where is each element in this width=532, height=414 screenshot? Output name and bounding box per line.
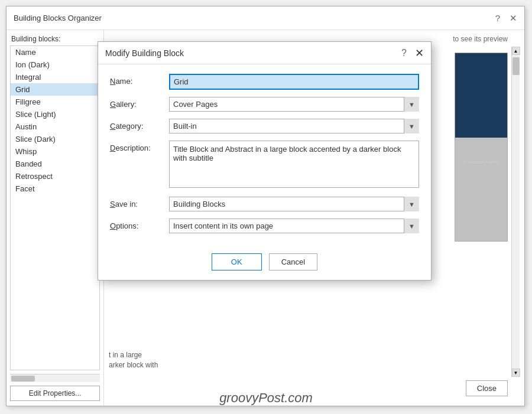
category-select[interactable]: Built-inGeneralCustom xyxy=(169,119,419,133)
preview-thumbnail: [Document subtitle] xyxy=(455,53,508,242)
sidebar-list-item[interactable]: Filigree xyxy=(11,96,99,108)
groovy-footer-text: groovyPost.com xyxy=(219,390,313,405)
main-titlebar-controls: ? ✕ xyxy=(495,13,517,24)
gallery-field-row: Gallery: Cover PagesQuick PartsAutoTextE… xyxy=(110,97,419,112)
modal-footer: OK Cancel xyxy=(98,247,431,280)
main-titlebar: Building Blocks Organizer ? ✕ xyxy=(7,6,524,30)
sidebar-list-item[interactable]: Facet xyxy=(11,182,99,195)
main-window-title: Building Blocks Organizer xyxy=(14,14,102,22)
gallery-select[interactable]: Cover PagesQuick PartsAutoTextEquationsF… xyxy=(169,97,419,112)
category-field-control: Built-inGeneralCustom ▼ xyxy=(169,119,419,133)
preview-description-text: t in a largearker block with xyxy=(109,350,507,370)
scrollbar-down-arrow[interactable]: ▼ xyxy=(512,369,520,377)
category-field-row: Category: Built-inGeneralCustom ▼ xyxy=(110,119,419,133)
sidebar-list-item[interactable]: Austin xyxy=(11,120,99,133)
main-close-icon[interactable]: ✕ xyxy=(510,13,517,24)
building-blocks-list[interactable]: NameIon (Dark)IntegralGridFiligreeSlice … xyxy=(10,45,100,370)
main-help-icon[interactable]: ? xyxy=(495,13,500,23)
savein-label: Save in: xyxy=(110,197,169,208)
options-label: Options: xyxy=(110,219,169,230)
ok-button[interactable]: OK xyxy=(212,253,262,270)
name-field-control xyxy=(169,74,419,90)
preview-vertical-scrollbar[interactable]: ▲ ▼ xyxy=(511,47,520,377)
name-field-row: Name: xyxy=(110,74,419,90)
description-field-row: Description: xyxy=(110,141,419,190)
options-field-row: Options: Insert content in its own pageI… xyxy=(110,219,419,233)
description-textarea[interactable] xyxy=(169,141,419,188)
savein-field-control: Building BlocksNormalCustom ▼ xyxy=(169,197,419,211)
sidebar-list-item[interactable]: Slice (Dark) xyxy=(11,133,99,145)
modal-help-icon[interactable]: ? xyxy=(401,48,407,58)
sidebar-list-item[interactable]: Ion (Dark) xyxy=(11,58,99,71)
description-field-control xyxy=(169,141,419,190)
preview-subtitle-text: [Document subtitle] xyxy=(458,160,504,164)
savein-select-wrapper: Building BlocksNormalCustom ▼ xyxy=(169,197,419,211)
scrollbar-up-arrow[interactable]: ▲ xyxy=(512,47,520,55)
options-select[interactable]: Insert content in its own pageInsert con… xyxy=(169,219,419,233)
modal-titlebar-controls: ? ✕ xyxy=(401,47,424,60)
sidebar-list-item[interactable]: Slice (Light) xyxy=(11,108,99,120)
sidebar-label: Building blocks: xyxy=(7,30,103,45)
groovy-footer: groovyPost.com xyxy=(0,390,532,406)
gallery-label: Gallery: xyxy=(110,97,169,109)
sidebar-list-item[interactable]: Name xyxy=(11,46,99,58)
gallery-field-control: Cover PagesQuick PartsAutoTextEquationsF… xyxy=(169,97,419,112)
cancel-button[interactable]: Cancel xyxy=(269,253,317,270)
sidebar-list-item[interactable]: Banded xyxy=(11,158,99,170)
options-select-wrapper: Insert content in its own pageInsert con… xyxy=(169,219,419,233)
sidebar: Building blocks: NameIon (Dark)IntegralG… xyxy=(7,30,104,406)
scrollbar-thumb xyxy=(11,376,35,382)
name-input[interactable] xyxy=(169,74,419,90)
sidebar-list-item[interactable]: Whisp xyxy=(11,145,99,158)
sidebar-horizontal-scrollbar[interactable] xyxy=(10,374,100,382)
gallery-select-wrapper: Cover PagesQuick PartsAutoTextEquationsF… xyxy=(169,97,419,112)
scrollbar-thumb xyxy=(512,57,520,75)
modal-dialog-title: Modify Building Block xyxy=(105,48,184,58)
description-label: Description: xyxy=(110,141,169,152)
sidebar-list-item[interactable]: Retrospect xyxy=(11,170,99,182)
modal-titlebar: Modify Building Block ? ✕ xyxy=(98,42,431,64)
modal-close-icon[interactable]: ✕ xyxy=(415,47,424,60)
category-select-wrapper: Built-inGeneralCustom ▼ xyxy=(169,119,419,133)
modify-building-block-dialog: Modify Building Block ? ✕ Name: Gallery: xyxy=(98,41,432,281)
sidebar-list-item[interactable]: Grid xyxy=(11,83,99,96)
modal-body: Name: Gallery: Cover PagesQuick PartsAut… xyxy=(98,64,431,247)
savein-field-row: Save in: Building BlocksNormalCustom ▼ xyxy=(110,197,419,211)
savein-select[interactable]: Building BlocksNormalCustom xyxy=(169,197,419,211)
options-field-control: Insert content in its own pageInsert con… xyxy=(169,219,419,233)
category-label: Category: xyxy=(110,119,169,131)
sidebar-list-item[interactable]: Integral xyxy=(11,71,99,83)
name-label: Name: xyxy=(110,74,169,86)
